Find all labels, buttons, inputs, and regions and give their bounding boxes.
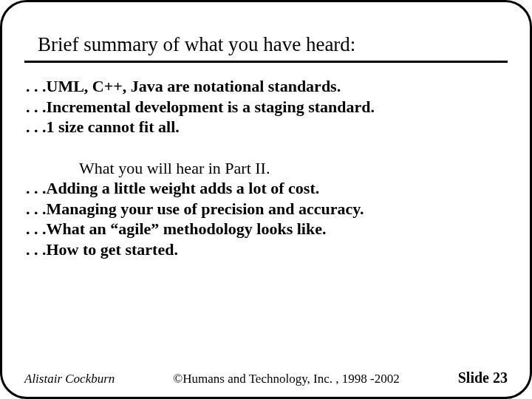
summary-item: . . .1 size cannot fit all. — [26, 117, 508, 137]
slide-footer: Alistair Cockburn ©Humans and Technology… — [24, 369, 508, 386]
part2-item: . . .What an “agile” methodology looks l… — [26, 219, 508, 239]
footer-slide-number: Slide 23 — [458, 369, 508, 386]
part2-item: . . .How to get started. — [26, 239, 508, 260]
footer-copyright: ©Humans and Technology, Inc. , 1998 -200… — [173, 372, 399, 386]
part2-item: . . .Adding a little weight adds a lot o… — [26, 178, 508, 199]
footer-author: Alistair Cockburn — [24, 372, 115, 386]
summary-list: . . .UML, C++, Java are notational stand… — [26, 76, 508, 137]
part2-list: . . .Adding a little weight adds a lot o… — [26, 178, 508, 259]
summary-item: . . .Incremental development is a stagin… — [26, 97, 508, 117]
part2-item: . . .Managing your use of precision and … — [26, 199, 508, 219]
slide-frame: Brief summary of what you have heard: . … — [0, 0, 532, 399]
slide-body: . . .UML, C++, Java are notational stand… — [24, 76, 508, 259]
part2-heading: What you will hear in Part II. — [26, 158, 508, 179]
summary-item: . . .UML, C++, Java are notational stand… — [26, 76, 508, 97]
slide-title: Brief summary of what you have heard: — [24, 30, 508, 63]
